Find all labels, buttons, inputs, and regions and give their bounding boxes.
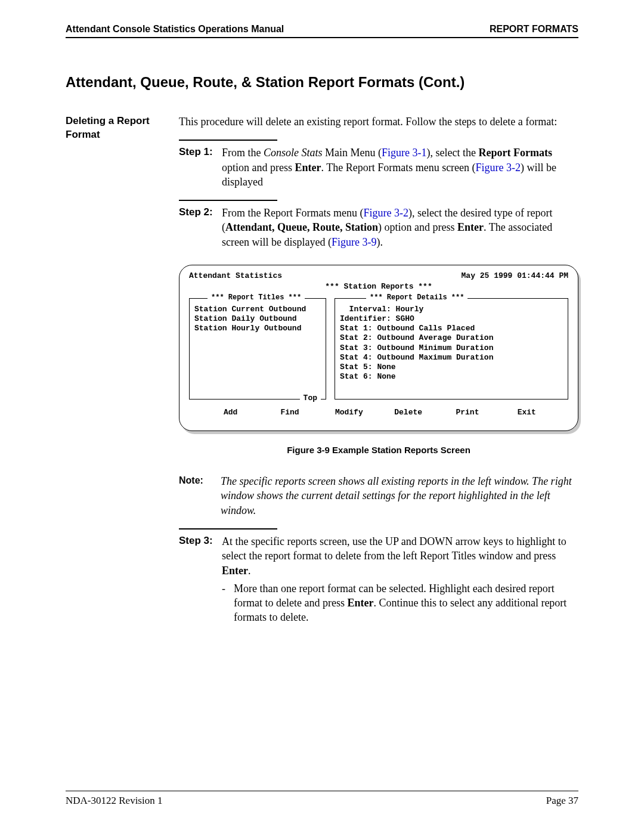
figure-caption: Figure 3-9 Example Station Reports Scree… [179, 444, 578, 456]
section-title: Attendant, Queue, Route, & Station Repor… [66, 74, 578, 91]
detail-line: Stat 6: None [340, 372, 563, 382]
terminal-action: Print [450, 408, 485, 417]
page-header: Attendant Console Statistics Operations … [66, 24, 578, 38]
step-label: Step 3: [179, 534, 222, 625]
report-details-pane: *** Report Details *** Interval: Hourly … [335, 298, 568, 400]
step-divider [179, 200, 277, 201]
terminal-screenshot: Attendant Statistics May 25 1999 01:44:4… [179, 265, 578, 431]
detail-line: Stat 3: Outbound Minimum Duration [340, 343, 563, 353]
list-item: Station Current Outbound [194, 305, 321, 314]
terminal-action-bar: Add Find Modify Delete Print Exit [189, 408, 568, 417]
terminal-screen-title: *** Station Reports *** [189, 282, 568, 292]
step-label: Step 2: [179, 206, 222, 249]
terminal-app-title: Attendant Statistics [189, 271, 282, 281]
step-label: Step 1: [179, 145, 222, 189]
terminal-action: Delete [391, 408, 426, 417]
report-titles-pane: *** Report Titles *** Station Current Ou… [189, 298, 326, 400]
pane-footer: Top [300, 394, 321, 403]
figure-link[interactable]: Figure 3-2 [363, 207, 408, 219]
sub-bullet: - More than one report format can be sel… [222, 581, 578, 625]
intro-paragraph: This procedure will delete an existing r… [179, 114, 578, 129]
note-label: Note: [179, 474, 221, 518]
step-1: Step 1: From the Console Stats Main Menu… [179, 145, 578, 189]
pane-legend: *** Report Details *** [366, 293, 467, 302]
step-divider [179, 528, 277, 529]
terminal-action: Exit [509, 408, 544, 417]
detail-line: Identifier: SGHO [340, 314, 563, 324]
figure-link[interactable]: Figure 3-9 [332, 236, 377, 248]
pane-legend: *** Report Titles *** [208, 293, 305, 302]
page-footer: NDA-30122 Revision 1 Page 37 [66, 791, 578, 807]
note-block: Note: The specific reports screen shows … [179, 474, 578, 518]
detail-line: Interval: Hourly [340, 305, 563, 314]
note-text: The specific reports screen shows all ex… [221, 474, 578, 518]
terminal-datetime: May 25 1999 01:44:44 PM [462, 271, 568, 281]
list-item: Station Daily Outbound [194, 314, 321, 324]
step-body: From the Console Stats Main Menu (Figure… [222, 145, 578, 189]
terminal-action: Add [213, 408, 249, 417]
subsection-heading: Deleting a Report Format [66, 114, 179, 631]
step-body: At the specific reports screen, use the … [222, 534, 578, 625]
terminal-action: Modify [331, 408, 367, 417]
detail-line: Stat 2: Outbound Average Duration [340, 333, 563, 343]
figure-link[interactable]: Figure 3-2 [476, 162, 521, 174]
step-3: Step 3: At the specific reports screen, … [179, 534, 578, 625]
step-2: Step 2: From the Report Formats menu (Fi… [179, 206, 578, 249]
detail-line: Stat 5: None [340, 363, 563, 372]
step-body: From the Report Formats menu (Figure 3-2… [222, 206, 578, 249]
detail-line: Stat 4: Outbound Maximum Duration [340, 353, 563, 363]
footer-left: NDA-30122 Revision 1 [66, 795, 162, 807]
figure-link[interactable]: Figure 3-1 [382, 147, 427, 159]
header-left: Attendant Console Statistics Operations … [66, 24, 284, 35]
list-item: Station Hourly Outbound [194, 324, 321, 333]
step-divider [179, 140, 277, 141]
detail-line: Stat 1: Outbound Calls Placed [340, 324, 563, 333]
terminal-action: Find [272, 408, 308, 417]
footer-right: Page 37 [546, 795, 578, 807]
header-right: REPORT FORMATS [490, 24, 578, 35]
